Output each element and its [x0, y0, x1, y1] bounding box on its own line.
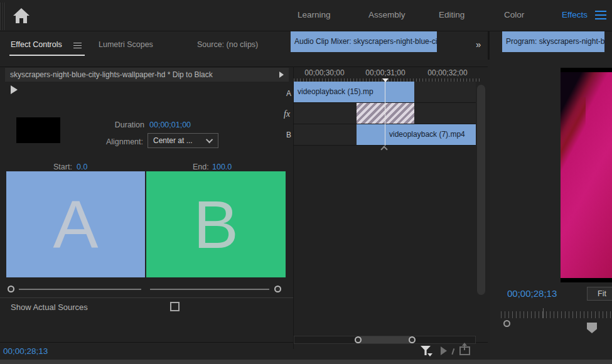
- program-video-frame[interactable]: [561, 68, 612, 282]
- alignment-value: Center at ...: [153, 136, 208, 145]
- alignment-dropdown[interactable]: Center at ...: [148, 133, 218, 148]
- effect-header-bar[interactable]: skyscrapers-night-blue-city-lights-wallp…: [5, 68, 289, 82]
- tab-source-monitor[interactable]: Source: (no clips): [197, 40, 258, 49]
- timeline-zoom-scrollbar[interactable]: [294, 336, 476, 344]
- workspace-tab-assembly[interactable]: Assembly: [368, 10, 405, 19]
- workspace-bar: Learning Assembly Editing Color Effects: [0, 0, 612, 31]
- workspace-tab-editing[interactable]: Editing: [439, 10, 464, 19]
- clip-b[interactable]: videoplayback (7).mp4: [357, 124, 476, 145]
- premiere-app-window: Learning Assembly Editing Color Effects …: [0, 0, 612, 364]
- play-audio-icon[interactable]: [441, 346, 447, 355]
- track-b-label: B: [286, 131, 291, 139]
- track-a-label: A: [286, 89, 291, 98]
- tab-lumetri-scopes[interactable]: Lumetri Scopes: [99, 40, 153, 49]
- timeline-ruler[interactable]: 00;00;30;00 00;00;31;00 00;00;32;00: [294, 68, 488, 82]
- duration-value[interactable]: 00;00;01;00: [149, 120, 191, 129]
- program-monitor-panel: 00;00;28;13 Fit: [490, 60, 612, 360]
- preview-a-box[interactable]: A: [6, 171, 145, 277]
- ruler-tick-label: 00;00;30;00: [293, 68, 356, 77]
- start-slider-handle[interactable]: [8, 286, 14, 292]
- chevron-up-icon[interactable]: [380, 146, 387, 153]
- zoom-handle-left[interactable]: [355, 336, 362, 343]
- clip-a[interactable]: videoplayback (15).mp: [294, 82, 414, 102]
- end-slider-handle[interactable]: [274, 286, 281, 292]
- track-fx-label: fx: [284, 109, 290, 119]
- start-slider[interactable]: [6, 285, 145, 294]
- zoom-handle-right[interactable]: [409, 336, 416, 343]
- workspace-tab-color[interactable]: Color: [504, 10, 524, 19]
- play-transition-icon[interactable]: [11, 85, 18, 94]
- panel-tab-row: Effect Controls Lumetri Scopes Source: (…: [0, 31, 612, 60]
- preview-a-letter: A: [53, 191, 98, 259]
- tab-overflow-chevron-icon[interactable]: »: [476, 39, 480, 50]
- workspace-tab-learning[interactable]: Learning: [298, 10, 331, 19]
- program-mini-ruler[interactable]: [501, 311, 612, 318]
- show-actual-sources-label: Show Actual Sources: [11, 302, 88, 312]
- filter-arrow: [427, 353, 432, 356]
- effect-controls-panel: skyscrapers-night-blue-city-lights-wallp…: [0, 60, 488, 360]
- effect-controls-timecode[interactable]: 00;00;28;13: [3, 346, 48, 356]
- alignment-label: Alignment:: [0, 137, 143, 146]
- panel-menu-icon[interactable]: [73, 43, 82, 48]
- ruler-tick-label: 00;00;31;00: [354, 68, 417, 77]
- export-icon[interactable]: [459, 346, 470, 355]
- ruler-major-tick: [543, 308, 544, 318]
- playhead-marker[interactable]: [382, 78, 389, 82]
- end-value[interactable]: 100.0: [212, 163, 232, 171]
- effect-title: skyscrapers-night-blue-city-lights-wallp…: [10, 70, 279, 79]
- program-playhead-handle[interactable]: [503, 320, 510, 327]
- timeline-vertical-scrollbar[interactable]: [477, 85, 485, 295]
- ruler-tick-label: 00;00;32;00: [416, 68, 479, 77]
- transition-block[interactable]: [357, 103, 414, 124]
- duration-label: Duration: [0, 120, 144, 129]
- panel-separator: [488, 31, 490, 60]
- preview-b-letter: B: [193, 191, 239, 259]
- end-slider[interactable]: [146, 285, 286, 294]
- playhead-line[interactable]: [385, 80, 385, 146]
- collapse-arrow-icon[interactable]: [279, 72, 284, 78]
- divider: [0, 297, 293, 298]
- tab-effect-controls[interactable]: Effect Controls: [11, 40, 62, 49]
- workspace-menu-icon[interactable]: [595, 11, 606, 19]
- home-icon[interactable]: [12, 7, 31, 24]
- panel-top-border: [0, 67, 488, 67]
- show-actual-sources-checkbox[interactable]: [170, 302, 180, 311]
- filter-icon[interactable]: [419, 345, 432, 358]
- zoom-scrollbar-thumb[interactable]: [357, 336, 414, 343]
- start-slider-track: [19, 289, 141, 290]
- program-timecode[interactable]: 00;00;28;13: [507, 288, 557, 299]
- preview-b-box[interactable]: B: [146, 171, 286, 277]
- tab-audio-clip-mixer[interactable]: Audio Clip Mixer: skyscrapers-night-blue…: [291, 31, 437, 52]
- end-label: End:: [193, 163, 209, 171]
- panel-grip: [0, 3, 4, 30]
- bottom-edge-strip: [0, 360, 612, 364]
- video-highlight: [561, 97, 586, 173]
- start-value[interactable]: 0.0: [77, 163, 87, 171]
- workspace-tab-effects[interactable]: Effects: [562, 10, 588, 19]
- active-tab-underline: [9, 55, 85, 56]
- tab-program-monitor[interactable]: Program: skyscrapers-night-b: [502, 31, 604, 52]
- end-slider-track: [150, 289, 269, 290]
- start-label: Start:: [53, 163, 72, 171]
- zoom-level-dropdown[interactable]: Fit: [587, 287, 612, 301]
- shield-icon[interactable]: [587, 323, 597, 333]
